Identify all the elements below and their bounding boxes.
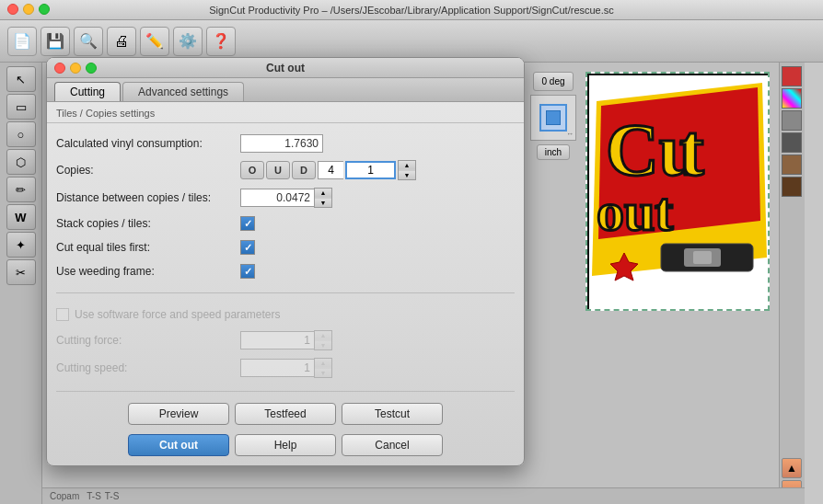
copies-u-button[interactable]: U	[266, 161, 290, 179]
distance-spinner-buttons: ▲ ▼	[314, 188, 332, 208]
unit-display[interactable]: inch	[537, 144, 570, 160]
cutting-speed-label: Cutting speed:	[56, 361, 240, 374]
separator-2	[56, 391, 515, 392]
software-params-row: Use software force and speed parameters	[56, 303, 515, 326]
cancel-button[interactable]: Cancel	[342, 434, 443, 456]
design-svg: Cu t out	[587, 74, 770, 311]
cutting-speed-spin-down[interactable]: ▼	[315, 368, 331, 377]
app-title: SignCut Productivity Pro – /Users/JEscob…	[209, 5, 614, 16]
preview-button[interactable]: Preview	[128, 403, 229, 425]
settings-icon[interactable]: ⚙️	[173, 27, 203, 56]
cutting-speed-spin-up[interactable]: ▲	[315, 359, 331, 368]
cutting-force-label: Cutting force:	[56, 334, 240, 347]
cut-equal-tiles-checkbox[interactable]	[240, 240, 255, 255]
copies-row: Copies: O U D ▲ ▼	[56, 156, 515, 184]
weeding-frame-checkbox[interactable]	[240, 264, 255, 279]
cut-out-button[interactable]: Cut out	[128, 434, 229, 456]
copies-d-button[interactable]: D	[292, 161, 316, 179]
copies-spinner-value[interactable]	[318, 161, 343, 179]
dialog-close-button[interactable]	[54, 63, 65, 74]
text-tool[interactable]: W	[6, 204, 36, 230]
rotation-display: 0 deg	[533, 72, 573, 91]
search-icon[interactable]: 🔍	[74, 27, 103, 56]
select-tool[interactable]: ↖	[6, 66, 36, 92]
vinyl-consumption-input[interactable]	[240, 134, 323, 153]
help-button[interactable]: Help	[235, 434, 336, 456]
status-t2: T-S	[105, 491, 120, 501]
cut-equal-tiles-row: Cut equal tiles first:	[56, 235, 515, 259]
scroll-up-button[interactable]: ▲	[782, 458, 802, 478]
cutting-force-row: Cutting force: ▲ ▼	[56, 326, 515, 354]
draw-icon[interactable]: ✏️	[140, 27, 169, 56]
dialog-buttons-bottom: Cut out Help Cancel	[47, 430, 524, 465]
dialog-titlebar: Cut out	[47, 58, 524, 78]
app-minimize-button[interactable]	[23, 4, 34, 15]
vinyl-consumption-row: Calculated vinyl consumption:	[56, 131, 515, 156]
copies-spin-up[interactable]: ▲	[399, 161, 415, 170]
stack-copies-label: Stack copies / tiles:	[56, 217, 240, 230]
canvas-right-tools: ▲ ▼	[779, 63, 805, 504]
status-bar: Copam T-S T-S	[42, 487, 805, 504]
node-tool[interactable]: ⬡	[6, 149, 36, 175]
help-icon[interactable]: ❓	[206, 27, 236, 56]
distance-label: Distance between copies / tiles:	[56, 191, 240, 204]
weeding-frame-label: Use weeding frame:	[56, 265, 240, 278]
pencil-tool[interactable]: ✏	[6, 177, 36, 202]
rotation-widget[interactable]: ↔	[530, 95, 576, 141]
distance-row: Distance between copies / tiles: ▲ ▼	[56, 184, 515, 212]
copies-label: Copies:	[56, 164, 240, 177]
distance-input[interactable]	[240, 189, 314, 207]
cutting-force-spin-up[interactable]: ▲	[315, 331, 331, 340]
color-swatch-dark[interactable]	[782, 132, 802, 153]
unit-label: inch	[545, 147, 562, 157]
stack-copies-checkbox[interactable]	[240, 216, 255, 231]
dialog-tab-bar: Cutting Advanced settings	[47, 78, 524, 102]
distance-spin-down[interactable]: ▼	[315, 198, 331, 207]
print-icon[interactable]: 🖨	[107, 27, 136, 56]
design-preview: Cu t out	[585, 72, 770, 311]
tab-cutting[interactable]: Cutting	[54, 82, 121, 101]
cutting-speed-input[interactable]	[240, 359, 314, 377]
fill-tool[interactable]: ✦	[6, 232, 36, 258]
app-close-button[interactable]	[7, 4, 18, 15]
color-swatch-multi[interactable]	[782, 88, 802, 109]
app-traffic-lights	[7, 4, 50, 15]
rotation-angle: 0 deg	[541, 76, 564, 86]
software-params-checkbox[interactable]	[56, 308, 69, 321]
rectangle-tool[interactable]: ▭	[6, 94, 36, 120]
testfeed-button[interactable]: Testfeed	[235, 403, 336, 425]
vinyl-consumption-label: Calculated vinyl consumption:	[56, 137, 240, 150]
color-swatch-brown[interactable]	[782, 155, 802, 175]
software-params-label: Use software force and speed parameters	[75, 308, 280, 321]
dialog-title: Cut out	[266, 62, 305, 74]
cut-out-dialog: Cut out Cutting Advanced settings Tiles …	[46, 57, 525, 466]
tab-advanced-settings[interactable]: Advanced settings	[122, 82, 244, 101]
separator-1	[56, 292, 515, 293]
scissors-tool[interactable]: ✂	[6, 259, 36, 285]
dialog-maximize-button[interactable]	[86, 63, 97, 74]
color-swatch-dark-brown[interactable]	[782, 177, 802, 197]
copies-o-button[interactable]: O	[240, 161, 264, 179]
app-maximize-button[interactable]	[39, 4, 50, 15]
svg-rect-9	[693, 251, 712, 264]
color-swatch-gray[interactable]	[782, 110, 802, 131]
distance-spin-up[interactable]: ▲	[315, 189, 331, 198]
cutting-force-input[interactable]	[240, 331, 314, 349]
copies-spin-down[interactable]: ▼	[399, 170, 415, 179]
copies-input[interactable]	[345, 161, 396, 179]
app-titlebar: SignCut Productivity Pro – /Users/JEscob…	[0, 0, 823, 20]
status-t1: T-S	[87, 491, 101, 501]
copies-spinner-buttons: ▲ ▼	[398, 160, 416, 180]
new-icon[interactable]: 📄	[7, 27, 37, 56]
dialog-minimize-button[interactable]	[70, 63, 81, 74]
color-swatch-red[interactable]	[782, 66, 802, 86]
dialog-traffic-lights	[54, 63, 97, 74]
testcut-button[interactable]: Testcut	[342, 403, 443, 425]
circle-tool[interactable]: ○	[6, 121, 36, 147]
save-icon[interactable]: 💾	[41, 27, 70, 56]
cutting-force-spin-down[interactable]: ▼	[315, 340, 331, 349]
copies-controls: O U D ▲ ▼	[240, 160, 416, 180]
dialog-content: Calculated vinyl consumption: Copies: O …	[47, 127, 524, 287]
software-params-section: Use software force and speed parameters …	[47, 299, 524, 385]
cutting-speed-spinner: ▲ ▼	[314, 358, 332, 378]
